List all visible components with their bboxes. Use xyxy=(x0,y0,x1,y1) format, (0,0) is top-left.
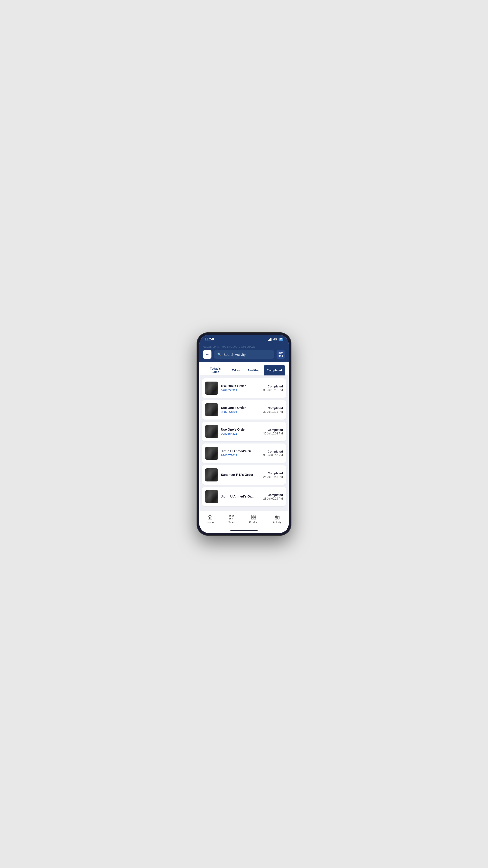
order-thumbnail xyxy=(205,425,218,438)
order-thumbnail xyxy=(205,447,218,460)
status-icons: 4G 36 xyxy=(268,338,283,341)
order-date: 30 Jul 10:11 PM xyxy=(263,410,283,413)
list-item[interactable]: Use One's Order 0987654321 Completed 30 … xyxy=(202,378,286,398)
order-info: Use One's Order 0987654321 xyxy=(221,406,260,414)
list-item[interactable]: Jithin U Ahmed's Or... 9746573617 Comple… xyxy=(202,443,286,463)
list-item[interactable]: Sansheer P K's Order Completed 24 Jul 10… xyxy=(202,465,286,485)
order-title: Sansheer P K's Order xyxy=(221,473,260,476)
nav-label-home: Home xyxy=(206,521,214,524)
order-status-block: Completed 24 Jul 10:48 PM xyxy=(263,471,283,478)
svg-rect-3 xyxy=(279,353,280,353)
phone-device: 11:50 4G 36 AppScreens AppScreens AppScr… xyxy=(197,332,291,536)
list-item[interactable]: Use One's Order 0987654321 Completed 30 … xyxy=(202,422,286,441)
order-phone: 0987654321 xyxy=(221,389,260,392)
svg-rect-24 xyxy=(278,516,279,519)
order-info: Jithin U Ahmed's Or... xyxy=(221,495,260,499)
tab-completed[interactable]: Completed xyxy=(264,365,285,375)
svg-rect-5 xyxy=(279,355,280,356)
network-type: 4G xyxy=(273,338,277,341)
order-thumbnail xyxy=(205,381,218,395)
order-status-block: Completed 30 Jul 10:08 PM xyxy=(263,428,283,435)
scan-icon xyxy=(229,515,234,520)
order-info: Sansheer P K's Order xyxy=(221,473,260,477)
svg-rect-22 xyxy=(254,518,256,519)
search-row: ← 🔍 Search Activity xyxy=(203,350,285,359)
order-title: Use One's Order xyxy=(221,384,260,388)
order-phone: 9746573617 xyxy=(221,454,260,457)
nav-label-activity: Activity xyxy=(273,521,282,524)
nav-label-scan: Scan xyxy=(228,521,234,524)
order-title: Jithin U Ahmed's Or... xyxy=(221,495,260,498)
order-list: Use One's Order 0987654321 Completed 30 … xyxy=(199,376,289,511)
nav-label-product: Product xyxy=(249,521,258,524)
status-bar: 11:50 4G 36 xyxy=(199,335,289,343)
order-phone: 0987654321 xyxy=(221,410,260,414)
order-title: Jithin U Ahmed's Or... xyxy=(221,450,260,453)
order-date: 24 Jul 10:48 PM xyxy=(263,475,283,478)
svg-rect-11 xyxy=(229,515,230,516)
status-time: 11:50 xyxy=(205,337,214,341)
home-bar xyxy=(230,530,258,531)
order-date: 23 Jul 09:29 PM xyxy=(263,497,283,500)
tab-todays-sales[interactable]: Today's Sales xyxy=(203,365,228,375)
order-status-block: Completed 30 Jul 10:15 PM xyxy=(263,385,283,392)
order-title: Use One's Order xyxy=(221,406,260,410)
nav-item-home[interactable]: Home xyxy=(203,514,217,525)
home-icon xyxy=(207,515,213,520)
order-status: Completed xyxy=(263,406,283,410)
phone-screen: 11:50 4G 36 AppScreens AppScreens AppScr… xyxy=(199,335,289,533)
order-title: Use One's Order xyxy=(221,428,260,431)
tab-taken[interactable]: Taken xyxy=(229,365,243,375)
order-info: Use One's Order 0987654321 xyxy=(221,428,260,435)
order-thumbnail xyxy=(205,468,218,482)
order-status-block: Completed 30 Jul 08:10 PM xyxy=(263,450,283,457)
order-date: 30 Jul 10:08 PM xyxy=(263,432,283,435)
order-status: Completed xyxy=(263,450,283,453)
qr-code-icon xyxy=(279,352,283,357)
order-status: Completed xyxy=(263,493,283,497)
home-indicator xyxy=(199,528,289,533)
order-info: Use One's Order 0987654321 xyxy=(221,384,260,392)
activity-icon xyxy=(274,515,280,520)
order-thumbnail xyxy=(205,490,218,503)
bottom-nav: Home Scan xyxy=(199,511,289,528)
order-status-block: Completed 23 Jul 09:29 PM xyxy=(263,493,283,500)
order-date: 30 Jul 08:10 PM xyxy=(263,454,283,457)
list-item[interactable]: Use One's Order 0987654321 Completed 30 … xyxy=(202,400,286,420)
watermark-3: AppScreens xyxy=(239,345,256,348)
svg-rect-23 xyxy=(275,515,277,519)
order-status: Completed xyxy=(263,428,283,432)
svg-rect-20 xyxy=(254,515,256,517)
search-bar[interactable]: 🔍 Search Activity xyxy=(214,350,274,359)
watermark-row: AppScreens AppScreens AppScreens xyxy=(203,345,285,348)
order-date: 30 Jul 10:15 PM xyxy=(263,389,283,392)
order-status: Completed xyxy=(263,385,283,388)
app-header: AppScreens AppScreens AppScreens ← 🔍 Sea… xyxy=(199,343,289,362)
qr-scan-button[interactable] xyxy=(276,350,285,359)
order-thumbnail xyxy=(205,403,218,416)
svg-rect-13 xyxy=(229,518,230,519)
nav-item-scan[interactable]: Scan xyxy=(225,514,238,525)
nav-item-product[interactable]: Product xyxy=(246,514,262,525)
order-status: Completed xyxy=(263,471,283,475)
order-phone: 0987654321 xyxy=(221,432,260,435)
search-placeholder: Search Activity xyxy=(223,352,246,356)
list-item[interactable]: Jithin U Ahmed's Or... Completed 23 Jul … xyxy=(202,487,286,506)
nav-item-activity[interactable]: Activity xyxy=(269,514,285,525)
svg-rect-4 xyxy=(282,353,283,353)
back-arrow-icon: ← xyxy=(205,352,209,357)
tab-awaiting[interactable]: Awaiting xyxy=(244,365,263,375)
battery-indicator: 36 xyxy=(279,338,283,341)
watermark-1: AppScreens xyxy=(203,345,219,348)
order-status-block: Completed 30 Jul 10:11 PM xyxy=(263,406,283,413)
svg-rect-12 xyxy=(232,515,233,516)
back-button[interactable]: ← xyxy=(203,350,212,359)
svg-rect-19 xyxy=(252,515,253,517)
signal-bars-icon xyxy=(268,338,272,341)
order-info: Jithin U Ahmed's Or... 9746573617 xyxy=(221,450,260,457)
product-icon xyxy=(251,515,256,520)
tabs-row: Today's Sales Taken Awaiting Completed xyxy=(199,362,289,376)
watermark-2: AppScreens xyxy=(221,345,237,348)
search-icon: 🔍 xyxy=(217,352,222,356)
svg-rect-21 xyxy=(252,518,253,519)
